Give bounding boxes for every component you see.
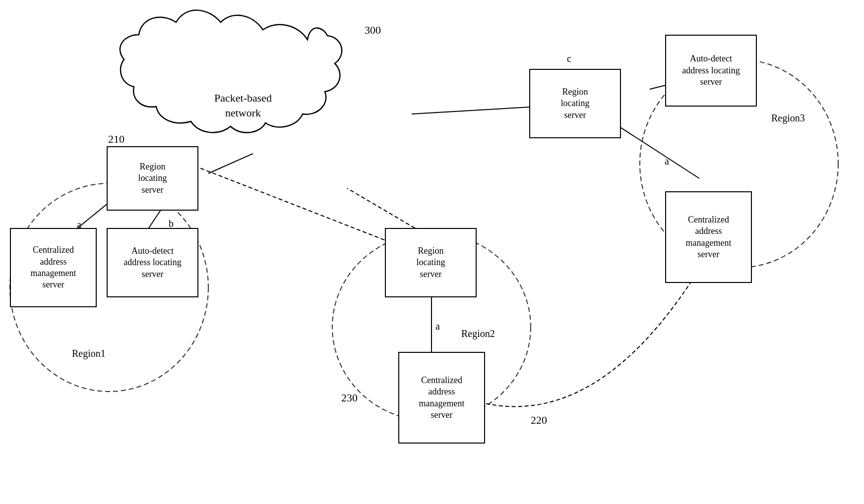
region-locating-server-1: Regionlocatingserver: [107, 146, 198, 211]
region1-label: Region1: [72, 348, 106, 359]
conn-a-r3: a: [665, 156, 669, 167]
centralized-server-2: Centralizedaddressmanagementserver: [398, 352, 485, 444]
label-210: 210: [108, 133, 124, 145]
conn-a-r2: a: [435, 321, 440, 332]
rls1-network-line: [208, 154, 253, 173]
centralized-server-1: Centralizedaddressmanagementserver: [10, 228, 97, 307]
label-230: 230: [341, 392, 358, 404]
centralized-server-3: Centralizedaddressmanagementserver: [665, 191, 752, 283]
rls3-central3-line: [615, 124, 699, 178]
conn-c-r3: c: [567, 53, 571, 64]
region-locating-server-2: Regionlocatingserver: [385, 228, 477, 297]
region-locating-server-3: Regionlocatingserver: [529, 69, 621, 138]
region2-label: Region2: [461, 328, 495, 339]
network-label-text2: network: [225, 107, 261, 119]
region3-label: Region3: [771, 112, 805, 124]
region1-region2-line: [188, 164, 392, 243]
label-220: 220: [531, 414, 547, 426]
auto-detect-server-1: Auto-detectaddress locatingserver: [107, 228, 198, 297]
auto-detect-server-3: Auto-detectaddress locatingserver: [665, 35, 757, 107]
network-label-text: Packet-based: [214, 92, 272, 104]
conn-b-r1: b: [169, 218, 174, 229]
label-300: 300: [365, 24, 381, 36]
